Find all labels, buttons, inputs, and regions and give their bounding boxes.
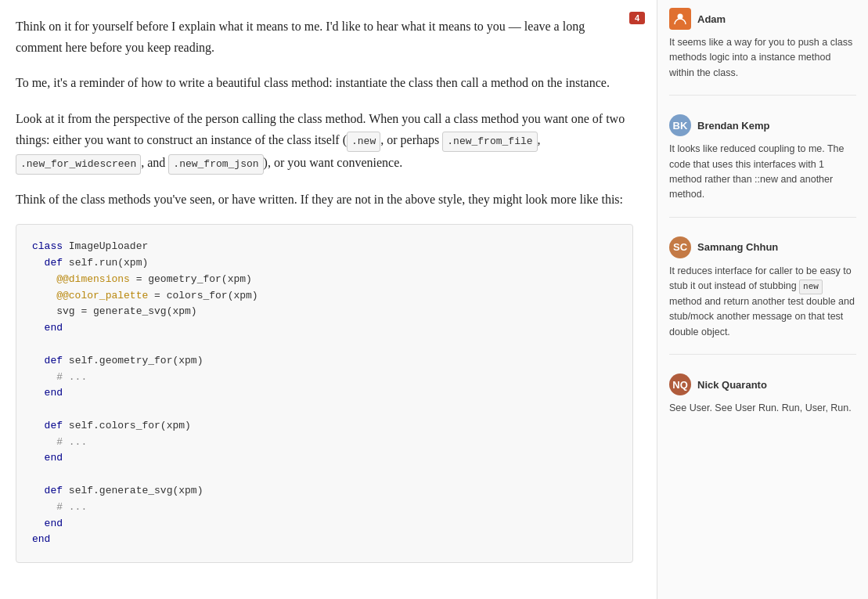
para1-text: Think on it for yourself before I explai…	[16, 20, 585, 54]
code-line-5: svg = generate_svg(xpm)	[32, 304, 617, 320]
code-line-2: def self.run(xpm)	[32, 255, 617, 272]
code-line-12: def self.colors_for(xpm)	[32, 418, 617, 435]
para4-text: Think of the class methods you've seen, …	[16, 193, 623, 206]
commenter-name-samnang: Samnang Chhun	[697, 241, 778, 253]
comment-nick: NQ Nick Quaranto See User. See User Run.…	[669, 373, 856, 430]
code-line-1: class ImageUploader	[32, 239, 617, 255]
badge-new-from-json: .new_from_json	[168, 154, 263, 175]
code-line-4: @@color_palette = colors_for(xpm)	[32, 288, 617, 305]
badge-new-from-file: .new_from_file	[442, 132, 537, 152]
code-line-11	[32, 402, 617, 418]
badge-new-for-widescreen: .new_for_widescreen	[16, 154, 141, 175]
comment-text-nick: See User. See User Run. Run, User, Run.	[669, 401, 856, 416]
comment-text-adam: It seems like a way for you to push a cl…	[669, 35, 856, 81]
commenter-name-adam: Adam	[697, 13, 726, 25]
comment-header-samnang: SC Samnang Chhun	[669, 236, 856, 258]
avatar-brendan: BK	[669, 114, 691, 136]
comment-header-nick: NQ Nick Quaranto	[669, 373, 856, 395]
para3-mid3: , and	[141, 156, 168, 169]
code-line-13: # ...	[32, 435, 617, 451]
avatar-adam	[669, 8, 691, 30]
para2-text: To me, it's a reminder of how to write a…	[16, 76, 610, 89]
code-line-9: # ...	[32, 370, 617, 386]
comment-brendan: BK Brendan Kemp It looks like reduced co…	[669, 114, 856, 218]
samnang-text-after: method and return another test double an…	[669, 296, 855, 337]
comment-samnang: SC Samnang Chhun It reduces interface fo…	[669, 236, 856, 355]
samnang-inline-code: new	[799, 280, 823, 294]
code-line-3: @@dimensions = geometry_for(xpm)	[32, 272, 617, 288]
code-line-7	[32, 337, 617, 353]
paragraph-4: Think of the class methods you've seen, …	[16, 189, 633, 210]
commenter-name-nick: Nick Quaranto	[697, 379, 767, 391]
comment-adam: Adam It seems like a way for you to push…	[669, 8, 856, 96]
code-line-16: def self.generate_svg(xpm)	[32, 483, 617, 500]
badge-new: .new	[347, 132, 380, 152]
page-wrapper: 4 Think on it for yourself before I expl…	[0, 0, 868, 599]
code-line-18: end	[32, 516, 617, 532]
para3-mid2: ,	[538, 133, 541, 146]
comment-header-brendan: BK Brendan Kemp	[669, 114, 856, 136]
comment-text-samnang: It reduces interface for caller to be ea…	[669, 264, 856, 341]
notification-badge[interactable]: 4	[629, 12, 645, 24]
code-line-14: end	[32, 450, 617, 467]
code-line-10: end	[32, 385, 617, 402]
brendan-text: It looks like reduced coupling to me. Th…	[669, 143, 845, 200]
samnang-text-before: It reduces interface for caller to be ea…	[669, 265, 852, 291]
avatar-nick: NQ	[669, 373, 691, 395]
comments-sidebar: Adam It seems like a way for you to push…	[657, 0, 868, 599]
paragraph-3: Look at it from the perspective of the p…	[16, 108, 633, 175]
main-content: 4 Think on it for yourself before I expl…	[0, 0, 657, 599]
code-line-17: # ...	[32, 500, 617, 516]
para3-end: ), or you want convenience.	[264, 156, 403, 169]
code-line-15	[32, 467, 617, 483]
comment-header-adam: Adam	[669, 8, 856, 30]
commenter-name-brendan: Brendan Kemp	[697, 120, 769, 132]
code-block: class ImageUploader def self.run(xpm) @@…	[16, 224, 633, 563]
code-line-6: end	[32, 320, 617, 337]
avatar-samnang: SC	[669, 236, 691, 258]
paragraph-1: Think on it for yourself before I explai…	[16, 16, 633, 58]
para3-mid1: , or perhaps	[380, 133, 442, 146]
paragraph-2: To me, it's a reminder of how to write a…	[16, 72, 633, 93]
code-line-8: def self.geometry_for(xpm)	[32, 353, 617, 370]
comment-text-brendan: It looks like reduced coupling to me. Th…	[669, 142, 856, 203]
code-line-19: end	[32, 532, 617, 548]
